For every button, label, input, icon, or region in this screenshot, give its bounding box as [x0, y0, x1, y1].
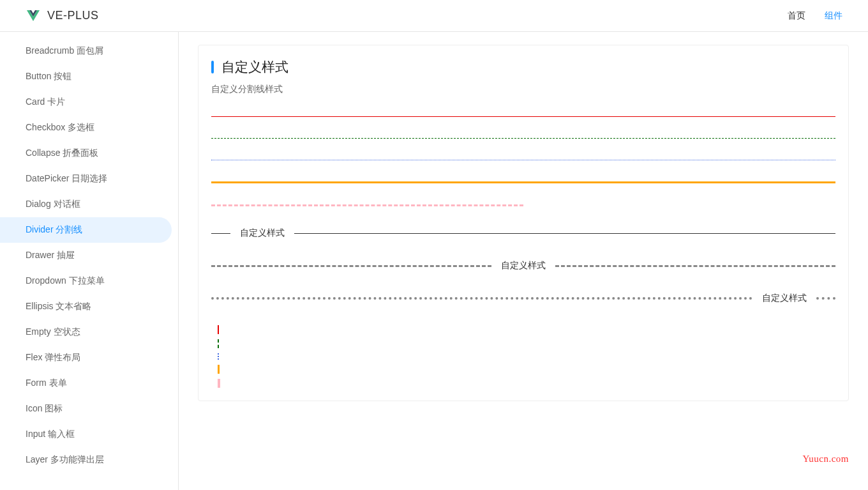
divider-text-label: 自定义样式	[491, 260, 555, 272]
divider-orange-thick	[211, 181, 835, 183]
header: VE-PLUS 首页 组件	[0, 0, 868, 32]
sidebar-item[interactable]: Flex 弹性布局	[0, 345, 172, 371]
sidebar-item[interactable]: Checkbox 多选框	[0, 115, 172, 141]
vertical-divider-pink	[218, 379, 835, 388]
card-subtitle: 自定义分割线样式	[211, 84, 835, 95]
header-left: VE-PLUS	[26, 8, 99, 24]
divider-text-center-dashed: 自定义样式	[211, 260, 835, 272]
card-title: 自定义样式	[211, 58, 835, 76]
vertical-divider-green	[218, 339, 835, 348]
sidebar-item[interactable]: Layer 多功能弹出层	[0, 447, 172, 473]
divider-text-label: 自定义样式	[230, 227, 294, 239]
sidebar-item[interactable]: Empty 空状态	[0, 319, 172, 345]
sidebar-item[interactable]: Form 表单	[0, 371, 172, 396]
divider-line	[816, 297, 835, 300]
main-content: 自定义样式 自定义分割线样式 自定义样式 自定义样式	[179, 32, 868, 490]
divider-line	[211, 297, 752, 300]
sidebar-item[interactable]: Dropdown 下拉菜单	[0, 268, 172, 294]
vertical-divider-blue	[218, 353, 835, 360]
divider-text-label: 自定义样式	[752, 293, 816, 304]
sidebar-item[interactable]: Breadcrumb 面包屑	[0, 38, 172, 64]
brand-name: VE-PLUS	[47, 9, 99, 22]
divider-text-left: 自定义样式	[211, 227, 835, 239]
sidebar-item[interactable]: Dialog 对话框	[0, 192, 172, 217]
card-title-text: 自定义样式	[221, 58, 288, 76]
sidebar-item[interactable]: Input 输入框	[0, 422, 172, 447]
sidebar-item[interactable]: Card 卡片	[0, 89, 172, 115]
sidebar-item[interactable]: DatePicker 日期选择	[0, 166, 172, 192]
divider-text-right-dotted: 自定义样式	[211, 293, 835, 304]
sidebar: Breadcrumb 面包屑Button 按钮Card 卡片Checkbox 多…	[0, 32, 179, 490]
divider-line	[211, 265, 491, 267]
sidebar-item[interactable]: Drawer 抽屉	[0, 243, 172, 268]
sidebar-item[interactable]: Collapse 折叠面板	[0, 141, 172, 166]
sidebar-item[interactable]: Button 按钮	[0, 64, 172, 89]
divider-line	[555, 265, 835, 267]
container: Breadcrumb 面包屑Button 按钮Card 卡片Checkbox 多…	[0, 32, 868, 490]
sidebar-item[interactable]: Ellipsis 文本省略	[0, 294, 172, 319]
nav-components[interactable]: 组件	[825, 10, 842, 22]
divider-red-solid	[211, 116, 835, 117]
divider-pink-dashed-half	[211, 204, 523, 206]
divider-green-dashed	[211, 138, 835, 139]
demo-card: 自定义样式 自定义分割线样式 自定义样式 自定义样式	[198, 45, 849, 401]
watermark: Yuucn.com	[803, 454, 849, 464]
header-nav: 首页 组件	[788, 10, 842, 22]
nav-home[interactable]: 首页	[788, 10, 805, 22]
vertical-divider-orange	[218, 365, 835, 374]
vertical-divider-group	[211, 325, 835, 388]
divider-line	[294, 233, 835, 234]
vue-logo-icon	[26, 8, 41, 24]
sidebar-item[interactable]: Divider 分割线	[0, 217, 172, 243]
divider-line	[211, 233, 230, 234]
sidebar-item[interactable]: Icon 图标	[0, 396, 172, 422]
divider-blue-dotted	[211, 160, 835, 160]
vertical-divider-red	[218, 325, 835, 334]
